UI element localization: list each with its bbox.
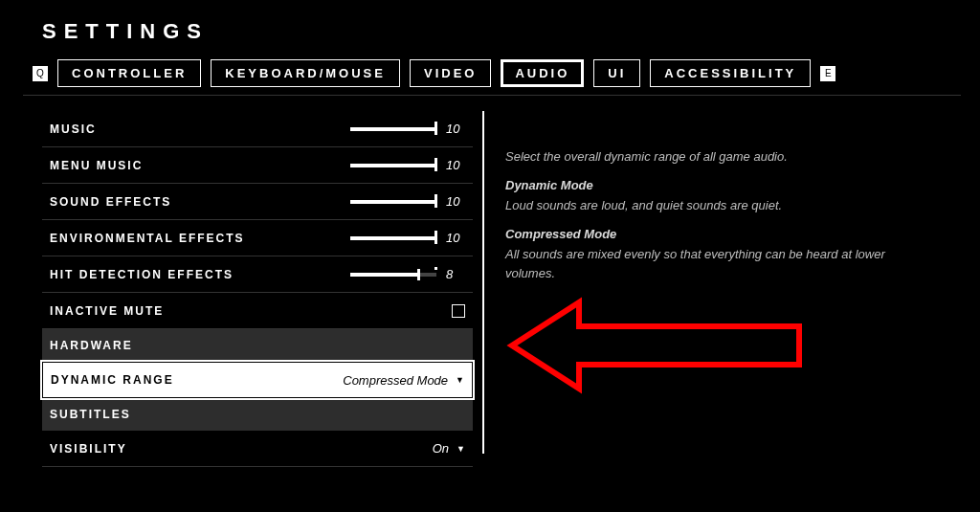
settings-list: MUSIC 10 MENU MUSIC xyxy=(42,111,473,467)
page-title: SETTINGS xyxy=(42,19,957,44)
setting-label: INACTIVE MUTE xyxy=(50,304,164,318)
dropdown-dynamic-range[interactable]: Compressed Mode ▼ xyxy=(343,373,464,388)
chevron-down-icon: ▼ xyxy=(457,444,465,454)
slider-hit-detection[interactable] xyxy=(350,273,436,277)
bumper-left-icon[interactable]: Q xyxy=(33,66,48,81)
slider-value: 10 xyxy=(446,194,465,209)
setting-row-environmental-effects[interactable]: ENVIRONMENTAL EFFECTS 10 xyxy=(42,220,473,256)
dropdown-value: Compressed Mode xyxy=(343,373,448,388)
help-mode1-title: Dynamic Mode xyxy=(505,176,917,195)
slider-music[interactable] xyxy=(350,127,436,131)
setting-label: MUSIC xyxy=(50,122,97,136)
setting-label: HIT DETECTION EFFECTS xyxy=(50,268,234,281)
dropdown-value: On xyxy=(433,441,449,456)
section-header-hardware: HARDWARE xyxy=(42,329,473,362)
help-mode1-body: Loud sounds are loud, and quiet sounds a… xyxy=(505,196,917,215)
setting-row-dynamic-range[interactable]: DYNAMIC RANGE Compressed Mode ▼ xyxy=(42,362,473,398)
slider-value: 10 xyxy=(446,231,465,245)
settings-tab-bar: Q CONTROLLER KEYBOARD/MOUSE VIDEO AUDIO … xyxy=(33,59,957,87)
tab-audio[interactable]: AUDIO xyxy=(501,59,584,87)
chevron-down-icon: ▼ xyxy=(456,375,464,385)
setting-label: ENVIRONMENTAL EFFECTS xyxy=(50,232,245,245)
tab-ui[interactable]: UI xyxy=(593,59,640,87)
slider-value: 10 xyxy=(446,158,465,172)
tab-keyboard-mouse[interactable]: KEYBOARD/MOUSE xyxy=(211,59,400,87)
setting-row-inactive-mute[interactable]: INACTIVE MUTE xyxy=(42,293,473,329)
bumper-right-icon[interactable]: E xyxy=(820,66,835,81)
slider-sound-effects[interactable] xyxy=(350,200,436,204)
setting-label: DYNAMIC RANGE xyxy=(51,373,174,387)
setting-label: SOUND EFFECTS xyxy=(50,195,171,209)
setting-label: VISIBILITY xyxy=(50,442,127,456)
tab-video[interactable]: VIDEO xyxy=(410,59,491,87)
dropdown-visibility[interactable]: On ▼ xyxy=(433,441,465,456)
checkbox-inactive-mute[interactable] xyxy=(452,304,465,318)
divider xyxy=(23,95,961,96)
scrollbar-icon[interactable] xyxy=(482,111,484,454)
tab-accessibility[interactable]: ACCESSIBILITY xyxy=(650,59,811,87)
setting-row-music[interactable]: MUSIC 10 xyxy=(42,111,473,147)
slider-environmental-effects[interactable] xyxy=(350,236,436,240)
setting-row-hit-detection[interactable]: HIT DETECTION EFFECTS 8 xyxy=(42,256,473,293)
slider-value: 8 xyxy=(446,267,465,281)
setting-label: MENU MUSIC xyxy=(50,159,143,172)
help-mode2-title: Compressed Mode xyxy=(505,225,917,244)
tab-controller[interactable]: CONTROLLER xyxy=(57,59,201,87)
setting-row-menu-music[interactable]: MENU MUSIC 10 xyxy=(42,147,473,184)
help-panel: Select the overall dynamic range of all … xyxy=(505,111,917,467)
section-header-subtitles: SUBTITLES xyxy=(42,398,473,431)
help-mode2-body: All sounds are mixed evenly so that ever… xyxy=(505,245,917,282)
help-intro: Select the overall dynamic range of all … xyxy=(505,147,917,167)
setting-row-sound-effects[interactable]: SOUND EFFECTS 10 xyxy=(42,184,473,220)
setting-row-visibility[interactable]: VISIBILITY On ▼ xyxy=(42,431,473,467)
slider-menu-music[interactable] xyxy=(350,164,436,167)
slider-value: 10 xyxy=(446,122,465,136)
